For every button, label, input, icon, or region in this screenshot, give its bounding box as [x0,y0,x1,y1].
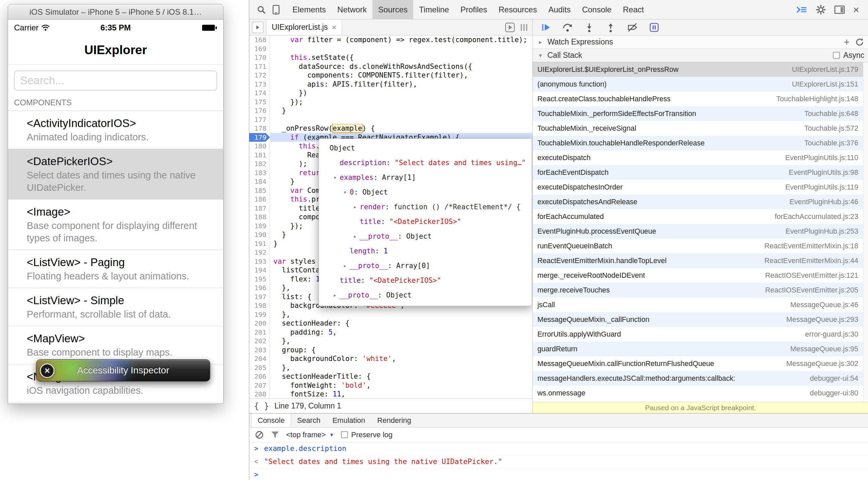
close-icon[interactable]: × [853,4,859,15]
code-line[interactable]: fontWeight: 'bold', [270,381,532,390]
call-stack-frame[interactable]: TouchableMixin.touchableHandleResponderR… [533,136,863,150]
line-number[interactable]: 169 [249,44,270,54]
console-tab-emulation[interactable]: Emulation [326,413,371,427]
chevron-right-icon[interactable]: ▸ [330,288,340,303]
line-number[interactable]: 189 [249,221,270,231]
chevron-right-icon[interactable]: ▸ [350,200,360,214]
tab-timeline[interactable]: Timeline [413,0,455,20]
line-number[interactable]: 185 [249,186,270,195]
simulator-titlebar[interactable]: iOS Simulator – iPhone 5 – iPhone 5 / iO… [8,4,223,20]
component-list-item[interactable]: <ListView> - SimplePerformant, scrollabl… [8,288,223,326]
console-tab-search[interactable]: Search [291,413,327,427]
popup-property-row[interactable]: ▾0: Object [320,185,530,200]
file-tab[interactable]: UIExplorerList.js × [266,20,342,35]
popup-property-row[interactable]: description: "Select dates and times usi… [320,156,530,170]
code-line[interactable] [270,44,532,54]
code-line[interactable]: backgroundColor: 'white', [270,354,532,363]
call-stack-frame[interactable]: TouchableMixin._receiveSignalTouchable.j… [533,121,863,136]
call-stack-header[interactable]: ▾ Call Stack Async [533,49,868,62]
line-number[interactable]: 186 [249,195,270,204]
clear-console-icon[interactable] [255,430,264,440]
run-snippet-icon[interactable] [505,23,515,32]
call-stack-frame[interactable]: executeDispatchesAndReleaseEventPluginHu… [533,195,863,209]
search-input[interactable] [14,71,217,91]
line-number[interactable]: 175 [249,98,270,107]
popup-property-row[interactable]: ▸render: function () /*ReactElement*/ { [320,200,530,214]
gear-icon[interactable] [815,4,826,15]
line-number[interactable]: 174 [249,89,270,98]
step-out-icon[interactable] [606,23,616,32]
popup-property-row[interactable]: ▸__proto__: Object [320,288,530,303]
step-over-icon[interactable] [562,23,573,32]
call-stack-frame[interactable]: merge.receiveTouchesReactIOSEventEmitter… [533,283,863,298]
popup-property-row[interactable]: Object [320,141,530,156]
pause-on-exceptions-icon[interactable] [649,23,659,32]
call-stack-frame[interactable]: UIExplorerList.$UIExplorerList_onPressRo… [533,62,863,77]
call-stack-frame[interactable]: MessageQueueMixin._callFunctionMessageQu… [533,312,863,327]
component-list-item[interactable]: <ActivityIndicatorIOS>Animated loading i… [8,111,223,149]
line-number[interactable]: 191 [249,239,270,248]
watch-expressions-header[interactable]: ▸ Watch Expressions + [533,35,868,49]
console-prompt[interactable]: > [249,468,868,480]
line-number[interactable]: 192 [249,248,270,257]
call-stack-frame[interactable]: (anonymous function)UIExplorerList.js:15… [533,77,863,92]
line-number[interactable]: 182 [249,160,270,168]
code-line[interactable]: _onPressRow(example) { [270,124,532,133]
async-checkbox[interactable] [833,52,840,59]
dock-side-icon[interactable] [834,5,845,14]
code-line[interactable]: apis: APIS.filter(filter), [270,80,532,89]
line-number[interactable]: 206 [249,372,270,381]
line-number[interactable]: 204 [249,354,270,363]
resume-icon[interactable] [541,23,551,32]
call-stack-frame[interactable]: ws.onmessagedebugger-ui:80 [533,386,863,401]
search-icon[interactable] [254,2,269,17]
device-icon[interactable] [269,2,283,17]
line-number[interactable]: 173 [249,80,270,89]
popup-property-row[interactable]: ▸__proto__: Object [320,229,530,244]
call-stack-frame[interactable]: executeDispatchesInOrderEventPluginUtils… [533,180,863,195]
tab-sources[interactable]: Sources [372,0,413,20]
code-line[interactable]: }, [270,310,532,319]
code-line[interactable]: components: COMPONENTS.filter(filter), [270,71,532,80]
chevron-right-icon[interactable]: ▸ [350,229,360,244]
call-stack-frame[interactable]: executeDispatchEventPluginUtils.js:110 [533,150,863,165]
popup-property-row[interactable]: title: "<DatePickerIOS>" [320,214,530,229]
call-stack-frame[interactable]: ErrorUtils.applyWithGuarderror-guard.js:… [533,327,863,342]
line-number[interactable]: 180 [249,142,270,151]
line-number[interactable]: 188 [249,213,270,221]
console-drawer-icon[interactable] [796,5,807,14]
line-number[interactable]: 181 [249,151,270,160]
popup-property-row[interactable]: length: 1 [320,244,530,259]
popup-property-row[interactable]: ▸__proto__: Array[0] [320,259,530,273]
step-into-icon[interactable] [584,23,594,32]
call-stack-frame[interactable]: messageHandlers.executeJSCall:method:arg… [533,371,863,386]
line-number[interactable]: 197 [249,293,270,302]
line-number[interactable]: 196 [249,283,270,293]
component-list-item[interactable]: <Image>Base component for displaying dif… [8,200,223,250]
tab-audits[interactable]: Audits [543,0,577,20]
code-line[interactable]: this.setState({ [270,53,532,62]
component-list-item[interactable]: <ListView> - PagingFloating headers & la… [8,250,223,288]
line-number[interactable]: 170 [249,53,270,62]
code-line[interactable]: sectionHeader: { [270,319,532,328]
chevron-right-icon[interactable]: ▸ [340,259,350,273]
pretty-print-icon[interactable]: { } [254,401,269,411]
line-number[interactable]: 203 [249,346,270,355]
code-line[interactable]: }, [270,363,532,372]
columns-icon[interactable] [520,23,529,32]
line-number[interactable]: 205 [249,363,270,372]
line-number[interactable]: 193 [249,257,270,266]
scrollbar[interactable] [863,62,868,401]
line-number[interactable]: 195 [249,275,270,284]
line-number[interactable]: 190 [249,230,270,239]
deactivate-breakpoints-icon[interactable] [627,23,638,32]
tab-elements[interactable]: Elements [287,0,332,20]
tab-network[interactable]: Network [332,0,372,20]
console-tab-rendering[interactable]: Rendering [371,413,417,427]
code-line[interactable]: sectionHeaderTitle: { [270,372,532,381]
line-number[interactable]: 187 [249,204,270,213]
call-stack-frame[interactable]: MessageQueueMixin.callFunctionReturnFlus… [533,356,863,371]
call-stack-frame[interactable]: EventPluginHub.processEventQueueEventPlu… [533,224,863,239]
line-number[interactable]: 183 [249,168,270,177]
call-stack-frame[interactable]: forEachAccumulatedforEachAccumulated.js:… [533,209,863,224]
